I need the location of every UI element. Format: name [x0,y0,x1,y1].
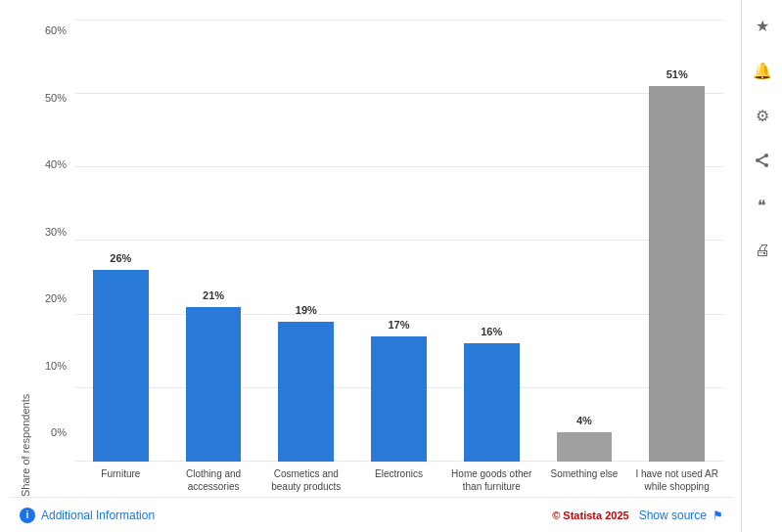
y-axis: 60% 50% 40% 30% 20% 10% 0% [35,20,74,497]
chart-area: Share of respondents 60% 50% 40% 30% 20%… [20,20,723,497]
bar-0[interactable]: 26% [93,270,149,462]
x-label-2: Cosmetics and beauty products [259,467,352,493]
bar-value-4: 16% [464,326,520,337]
star-icon[interactable]: ★ [749,12,776,39]
footer: i Additional Information © Statista 2025… [10,497,733,532]
x-label-0: Furniture [74,467,167,493]
x-label-3: Electronics [352,467,445,493]
bar-group-5: 4% [538,20,631,462]
bar-group-6: 51% [630,20,723,462]
y-label-50: 50% [45,92,67,104]
y-label-10: 10% [45,360,67,372]
x-label-4: Home goods other than furniture [445,467,538,493]
bar-value-5: 4% [557,415,613,426]
footer-left[interactable]: i Additional Information [20,508,155,523]
bar-6[interactable]: 51% [649,86,705,462]
bar-group-0: 26% [74,20,167,462]
print-icon[interactable]: 🖨 [749,237,776,264]
bar-value-1: 21% [186,289,242,301]
y-label-20: 20% [45,292,67,304]
bar-group-1: 21% [167,20,260,462]
flag-icon: ⚑ [713,509,723,522]
bar-2[interactable]: 19% [278,322,334,462]
bar-3[interactable]: 17% [371,336,427,462]
y-label-40: 40% [45,158,67,170]
bar-group-3: 17% [352,20,445,462]
share-icon[interactable] [749,147,776,174]
x-label-5: Something else [538,467,631,493]
chart-wrapper: Share of respondents 60% 50% 40% 30% 20%… [10,10,733,497]
y-label-60: 60% [45,24,67,36]
bar-5[interactable]: 4% [557,432,613,462]
svg-line-3 [758,155,766,160]
x-label-6: I have not used AR while shopping [630,467,723,493]
bell-icon[interactable]: 🔔 [749,57,776,84]
bar-value-3: 17% [371,319,427,331]
main-content: Share of respondents 60% 50% 40% 30% 20%… [0,0,782,532]
y-label-0: 0% [51,426,67,438]
x-axis: FurnitureClothing and accessoriesCosmeti… [74,462,723,497]
bar-1[interactable]: 21% [186,307,242,462]
chart-plot: 26%21%19%17%16%4%51% FurnitureClothing a… [74,20,723,497]
bar-group-4: 16% [445,20,538,462]
grid-and-bars: 26%21%19%17%16%4%51% [74,20,723,462]
statista-logo: © Statista 2025 [552,510,628,521]
quote-icon[interactable]: ❝ [749,192,776,219]
bar-value-2: 19% [278,304,334,316]
gear-icon[interactable]: ⚙ [749,102,776,129]
show-source-label[interactable]: Show source [639,509,707,522]
y-label-30: 30% [45,226,67,238]
bar-group-2: 19% [259,20,352,462]
sidebar: ★ 🔔 ⚙ ❝ 🖨 [741,0,782,532]
info-icon: i [20,508,35,523]
svg-line-4 [758,160,766,165]
bar-4[interactable]: 16% [464,343,520,462]
bars-row: 26%21%19%17%16%4%51% [74,20,723,462]
x-label-1: Clothing and accessories [167,467,260,493]
bar-value-0: 26% [93,252,149,264]
bar-value-6: 51% [649,68,705,80]
y-axis-title: Share of respondents [20,20,35,497]
footer-right: © Statista 2025 Show source ⚑ [552,509,723,522]
additional-info-label[interactable]: Additional Information [41,509,155,522]
